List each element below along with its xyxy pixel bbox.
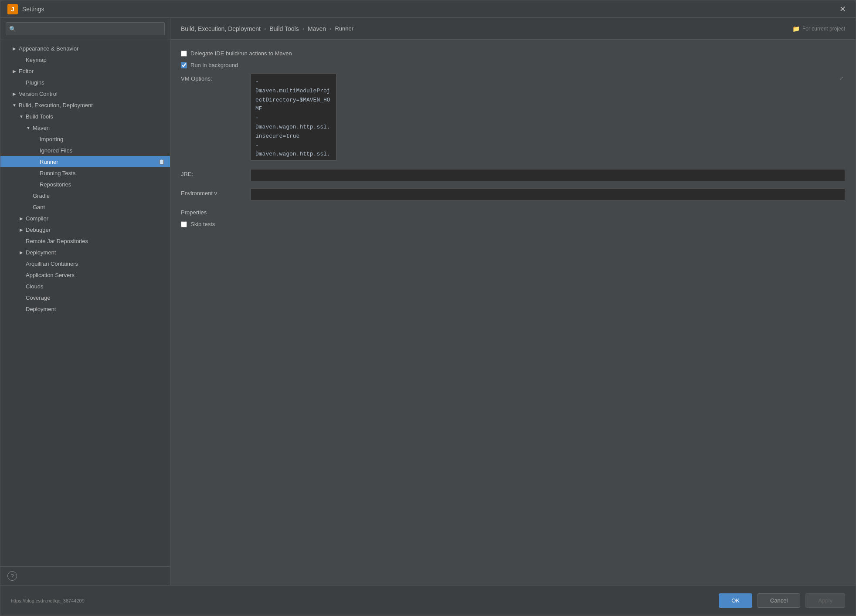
arrow-icon: [18, 79, 25, 86]
arrow-icon: [18, 260, 25, 267]
arrow-icon: [32, 169, 39, 176]
env-label: Environment v: [181, 188, 251, 196]
search-box: 🔍: [0, 18, 170, 40]
apply-button[interactable]: Apply: [805, 593, 845, 608]
close-button[interactable]: ✕: [836, 3, 849, 15]
sidebar-item-label: Build, Execution, Deployment: [19, 102, 165, 108]
content-area: 🔍 ▶ Appearance & Behavior Keymap ▶: [0, 18, 856, 585]
breadcrumb-part-4: Runner: [335, 25, 353, 32]
properties-section: Properties Skip tests: [181, 209, 845, 227]
settings-tree: ▶ Appearance & Behavior Keymap ▶ Editor …: [0, 40, 170, 566]
footer: https://blog.csdn.net/qq_36744209 OK Can…: [0, 585, 856, 616]
breadcrumb-sep-1: ›: [264, 25, 266, 32]
properties-title: Properties: [181, 209, 845, 216]
delegate-checkbox[interactable]: [181, 51, 187, 57]
sidebar-item-version-control[interactable]: ▶ Version Control 📋: [0, 88, 170, 99]
breadcrumb-sep-3: ›: [329, 25, 331, 32]
sidebar-item-deployment[interactable]: ▶ Deployment 📋: [0, 247, 170, 258]
skip-tests-label: Skip tests: [190, 221, 215, 227]
sidebar-item-runner[interactable]: Runner 📋: [0, 156, 170, 167]
sidebar-item-application-servers[interactable]: Application Servers: [0, 269, 170, 281]
window-title: Settings: [22, 6, 836, 13]
sidebar-item-gant[interactable]: Gant 📋: [0, 201, 170, 213]
arrow-icon: [32, 181, 39, 188]
sidebar-item-plugins[interactable]: Plugins: [0, 77, 170, 88]
sidebar-item-label: Runner: [40, 159, 157, 165]
expand-icon[interactable]: ⤢: [839, 75, 843, 81]
env-row: Environment v: [181, 188, 845, 200]
search-input[interactable]: [6, 22, 165, 35]
sidebar-item-label: Coverage: [26, 294, 157, 301]
sidebar-item-repositories[interactable]: Repositories 📋: [0, 179, 170, 190]
delegate-label: Delegate IDE build/run actions to Maven: [190, 50, 292, 57]
sidebar-item-importing[interactable]: Importing 📋: [0, 133, 170, 145]
arrow-icon: ▶: [11, 68, 18, 74]
sidebar-item-maven[interactable]: ▼ Maven 📋: [0, 122, 170, 133]
sidebar-item-debugger[interactable]: ▶ Debugger 📋: [0, 224, 170, 235]
sidebar-item-keymap[interactable]: Keymap: [0, 54, 170, 65]
arrow-icon: [18, 56, 25, 63]
copy-icon: 📋: [159, 159, 165, 165]
breadcrumb-part-3: Maven: [308, 25, 326, 32]
for-project-label: 📁 For current project: [792, 25, 845, 32]
vm-options-textarea[interactable]: [251, 74, 336, 161]
breadcrumb: Build, Execution, Deployment › Build Too…: [170, 18, 856, 40]
sidebar-item-label: Version Control: [19, 91, 157, 97]
titlebar: J Settings ✕: [0, 0, 856, 18]
env-input[interactable]: [251, 188, 845, 200]
sidebar-item-deployment2[interactable]: Deployment 📋: [0, 303, 170, 315]
sidebar-item-build-tools[interactable]: ▼ Build Tools 📋: [0, 111, 170, 122]
sidebar-item-remote-jar[interactable]: Remote Jar Repositories 📋: [0, 235, 170, 247]
arrow-icon: [32, 135, 39, 142]
sidebar-item-label: Maven: [33, 125, 157, 131]
sidebar-item-coverage[interactable]: Coverage 📋: [0, 292, 170, 303]
vm-options-row: VM Options: ⤢: [181, 74, 845, 162]
sidebar: 🔍 ▶ Appearance & Behavior Keymap ▶: [0, 18, 170, 585]
sidebar-item-label: Plugins: [26, 79, 165, 86]
arrow-icon: ▶: [11, 90, 18, 97]
sidebar-item-label: Deployment: [26, 306, 157, 312]
sidebar-item-ignored-files[interactable]: Ignored Files 📋: [0, 145, 170, 156]
skip-tests-checkbox[interactable]: [181, 221, 187, 227]
arrow-icon: [18, 294, 25, 301]
sidebar-item-appearance-behavior[interactable]: ▶ Appearance & Behavior: [0, 43, 170, 54]
arrow-icon: [25, 203, 32, 210]
sidebar-item-label: Clouds: [26, 283, 165, 290]
skip-tests-row: Skip tests: [181, 221, 845, 227]
sidebar-item-clouds[interactable]: Clouds: [0, 281, 170, 292]
arrow-icon: [18, 305, 25, 312]
sidebar-item-label: Running Tests: [40, 170, 157, 176]
ok-button[interactable]: OK: [719, 593, 752, 608]
sidebar-item-editor[interactable]: ▶ Editor: [0, 65, 170, 77]
footer-link: https://blog.csdn.net/qq_36744209: [11, 598, 85, 603]
sidebar-item-compiler[interactable]: ▶ Compiler 📋: [0, 213, 170, 224]
arrow-icon: ▶: [18, 249, 25, 256]
arrow-icon: [25, 192, 32, 199]
arrow-icon: ▼: [25, 124, 32, 131]
sidebar-item-label: Repositories: [40, 181, 157, 188]
sidebar-item-label: Editor: [19, 68, 165, 74]
run-background-checkbox[interactable]: [181, 62, 187, 68]
vm-options-label: VM Options:: [181, 74, 251, 82]
arrow-icon: [32, 147, 39, 154]
sidebar-item-label: Importing: [40, 136, 157, 142]
run-background-row: Run in background: [181, 62, 845, 68]
sidebar-item-label: Keymap: [26, 57, 165, 63]
arrow-icon: ▼: [18, 113, 25, 120]
breadcrumb-sep-2: ›: [302, 25, 304, 32]
run-background-label: Run in background: [190, 62, 238, 68]
arrow-icon: ▼: [11, 102, 18, 108]
main-panel: Build, Execution, Deployment › Build Too…: [170, 18, 856, 585]
jre-row: JRE:: [181, 169, 845, 181]
sidebar-item-gradle[interactable]: Gradle 📋: [0, 190, 170, 201]
sidebar-item-running-tests[interactable]: Running Tests 📋: [0, 167, 170, 179]
jre-input[interactable]: [251, 169, 845, 181]
sidebar-item-build-execution[interactable]: ▼ Build, Execution, Deployment: [0, 99, 170, 111]
sidebar-item-label: Build Tools: [26, 113, 157, 120]
arrow-icon: [18, 283, 25, 290]
cancel-button[interactable]: Cancel: [757, 593, 800, 608]
help-area: ?: [0, 566, 170, 585]
help-button[interactable]: ?: [7, 571, 17, 581]
sidebar-item-arquillian[interactable]: Arquillian Containers 📋: [0, 258, 170, 269]
panel-content: Delegate IDE build/run actions to Maven …: [170, 40, 856, 585]
